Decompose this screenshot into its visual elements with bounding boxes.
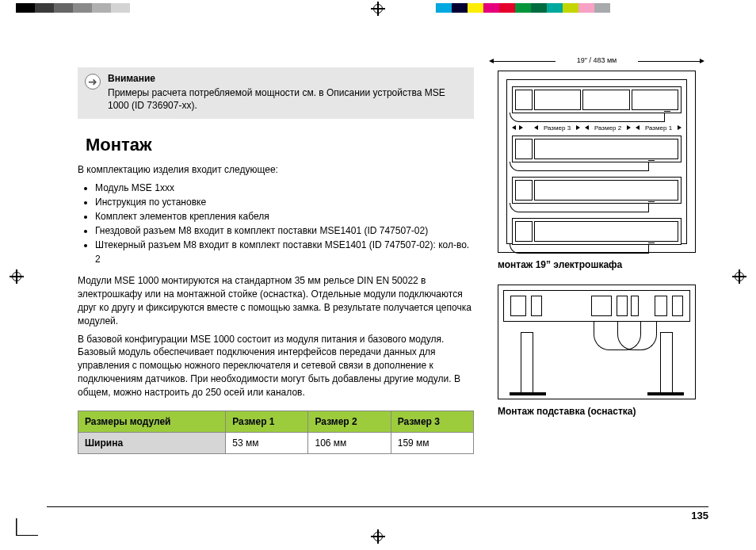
package-contents-list: Модуль MSE 1xxx Инструкция по установке … [95, 181, 474, 266]
table-cell: 106 мм [308, 432, 391, 453]
registration-mark-icon [371, 529, 385, 544]
body-paragraph: В базовой конфигурации MSE 1000 состоит … [78, 333, 474, 399]
list-item: Модуль MSE 1xxx [95, 181, 474, 195]
footer-rule [47, 506, 708, 507]
list-item: Инструкция по установке [95, 195, 474, 209]
table-row: Ширина 53 мм 106 мм 159 мм [78, 432, 474, 453]
body-paragraph: Модули MSE 1000 монтируются на стандартн… [78, 274, 474, 327]
arrow-right-circle-icon: ➜ [85, 74, 101, 90]
table-header: Размер 1 [226, 411, 308, 432]
table-cell: 159 мм [391, 432, 473, 453]
list-item: Штекерный разъем M8 входит в комплект по… [95, 238, 474, 266]
figure-caption: монтаж 19” электрошкафа [498, 259, 708, 270]
figure-stand [498, 285, 696, 399]
right-column: 19" / 483 мм Размер 3 Размер 2 Размер 1 [486, 67, 708, 417]
table-row: Размеры модулей Размер 1 Размер 2 Размер… [78, 411, 474, 432]
size-labels-row: Размер 3 Размер 2 Размер 1 [512, 123, 682, 132]
list-item: Комплект элементов крепления кабеля [95, 209, 474, 223]
registration-mark-icon [10, 269, 24, 284]
page-content: ➜ Внимание Примеры расчета потребляемой … [78, 67, 708, 454]
crop-mark-icon [16, 518, 38, 536]
list-item: Гнездовой разъем M8 входит в комплект по… [95, 223, 474, 238]
table-header: Размер 2 [308, 411, 391, 432]
attention-callout: ➜ Внимание Примеры расчета потребляемой … [78, 67, 474, 119]
table-header: Размер 3 [391, 411, 473, 432]
intro-paragraph: В комплектацию изделия входит следующее: [78, 163, 474, 177]
alert-title: Внимание [108, 72, 468, 85]
module-sizes-table: Размеры модулей Размер 1 Размер 2 Размер… [78, 411, 474, 454]
figure-cabinet: Размер 3 Размер 2 Размер 1 [498, 71, 696, 253]
section-heading: Монтаж [86, 135, 474, 155]
registration-mark-icon [371, 2, 385, 16]
table-row-label: Ширина [78, 432, 226, 453]
alert-body: Примеры расчета потребляемой мощности см… [108, 86, 468, 112]
registration-mark-icon [732, 269, 746, 284]
left-column: ➜ Внимание Примеры расчета потребляемой … [78, 67, 474, 454]
page-number: 135 [691, 510, 708, 521]
table-cell: 53 мм [226, 432, 308, 453]
cabinet-dimension-label: 19" / 483 мм [486, 56, 708, 64]
table-header: Размеры модулей [78, 411, 226, 432]
figure-caption: Монтаж подставка (оснастка) [498, 406, 708, 417]
